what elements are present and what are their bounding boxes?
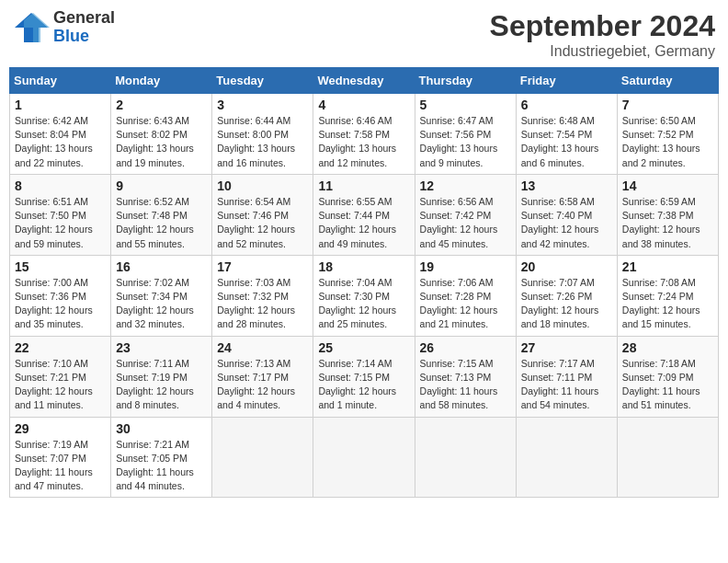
table-row: 6Sunrise: 6:48 AMSunset: 7:54 PMDaylight… — [516, 94, 617, 175]
table-row: 10Sunrise: 6:54 AMSunset: 7:46 PMDayligh… — [212, 174, 313, 255]
logo: General Blue — [13, 9, 115, 46]
col-thursday: Thursday — [415, 68, 516, 94]
logo-icon — [13, 11, 50, 44]
table-row: 20Sunrise: 7:07 AMSunset: 7:26 PMDayligh… — [516, 255, 617, 336]
table-row: 5Sunrise: 6:47 AMSunset: 7:56 PMDaylight… — [415, 94, 516, 175]
table-row: 19Sunrise: 7:06 AMSunset: 7:28 PMDayligh… — [415, 255, 516, 336]
table-row — [212, 417, 313, 498]
logo-general: General — [53, 9, 115, 28]
table-row: 2Sunrise: 6:43 AMSunset: 8:02 PMDaylight… — [111, 94, 212, 175]
table-row: 4Sunrise: 6:46 AMSunset: 7:58 PMDaylight… — [313, 94, 415, 175]
table-row: 26Sunrise: 7:15 AMSunset: 7:13 PMDayligh… — [415, 336, 516, 417]
table-row: 28Sunrise: 7:18 AMSunset: 7:09 PMDayligh… — [617, 336, 718, 417]
table-row — [617, 417, 718, 498]
table-row: 8Sunrise: 6:51 AMSunset: 7:50 PMDaylight… — [10, 174, 111, 255]
table-row: 1Sunrise: 6:42 AMSunset: 8:04 PMDaylight… — [10, 94, 111, 175]
table-row: 14Sunrise: 6:59 AMSunset: 7:38 PMDayligh… — [617, 174, 718, 255]
table-row: 16Sunrise: 7:02 AMSunset: 7:34 PMDayligh… — [111, 255, 212, 336]
col-monday: Monday — [111, 68, 212, 94]
calendar-table: Sunday Monday Tuesday Wednesday Thursday… — [9, 67, 719, 498]
table-row: 9Sunrise: 6:52 AMSunset: 7:48 PMDaylight… — [111, 174, 212, 255]
table-row — [415, 417, 516, 498]
table-row: 21Sunrise: 7:08 AMSunset: 7:24 PMDayligh… — [617, 255, 718, 336]
table-row: 17Sunrise: 7:03 AMSunset: 7:32 PMDayligh… — [212, 255, 313, 336]
table-row — [516, 417, 617, 498]
location: Industriegebiet, Germany — [490, 43, 715, 60]
col-wednesday: Wednesday — [313, 68, 415, 94]
logo-text: General Blue — [53, 9, 115, 46]
table-row: 12Sunrise: 6:56 AMSunset: 7:42 PMDayligh… — [415, 174, 516, 255]
col-friday: Friday — [516, 68, 617, 94]
table-row: 11Sunrise: 6:55 AMSunset: 7:44 PMDayligh… — [313, 174, 415, 255]
col-sunday: Sunday — [10, 68, 111, 94]
logo-blue: Blue — [53, 28, 115, 46]
month-title: September 2024 — [490, 9, 715, 43]
table-row: 3Sunrise: 6:44 AMSunset: 8:00 PMDaylight… — [212, 94, 313, 175]
table-row: 23Sunrise: 7:11 AMSunset: 7:19 PMDayligh… — [111, 336, 212, 417]
page-header: General Blue September 2024 Industriegeb… — [9, 9, 719, 60]
table-row: 18Sunrise: 7:04 AMSunset: 7:30 PMDayligh… — [313, 255, 415, 336]
table-row: 24Sunrise: 7:13 AMSunset: 7:17 PMDayligh… — [212, 336, 313, 417]
header-row: Sunday Monday Tuesday Wednesday Thursday… — [10, 68, 719, 94]
table-row: 15Sunrise: 7:00 AMSunset: 7:36 PMDayligh… — [10, 255, 111, 336]
table-row: 25Sunrise: 7:14 AMSunset: 7:15 PMDayligh… — [313, 336, 415, 417]
title-block: September 2024 Industriegebiet, Germany — [490, 9, 715, 60]
table-row — [313, 417, 415, 498]
table-row: 30Sunrise: 7:21 AMSunset: 7:05 PMDayligh… — [111, 417, 212, 498]
table-row: 22Sunrise: 7:10 AMSunset: 7:21 PMDayligh… — [10, 336, 111, 417]
table-row: 27Sunrise: 7:17 AMSunset: 7:11 PMDayligh… — [516, 336, 617, 417]
table-row: 29Sunrise: 7:19 AMSunset: 7:07 PMDayligh… — [10, 417, 111, 498]
col-tuesday: Tuesday — [212, 68, 313, 94]
table-row: 13Sunrise: 6:58 AMSunset: 7:40 PMDayligh… — [516, 174, 617, 255]
table-row: 7Sunrise: 6:50 AMSunset: 7:52 PMDaylight… — [617, 94, 718, 175]
col-saturday: Saturday — [617, 68, 718, 94]
